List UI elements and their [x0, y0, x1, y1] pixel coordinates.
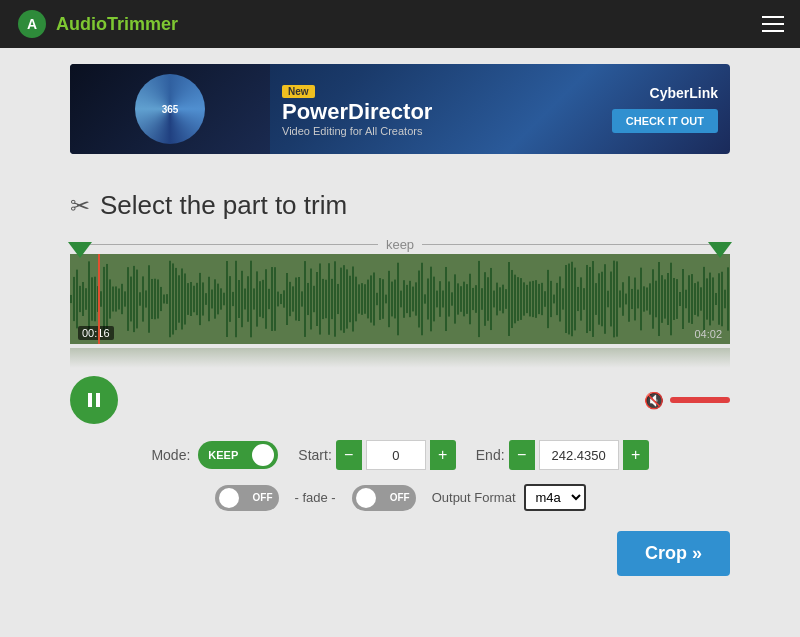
crop-button-row: Crop » — [70, 531, 730, 576]
volume-icon: 🔇 — [644, 391, 664, 410]
end-group: End: − + — [476, 440, 649, 470]
keep-line-left — [70, 244, 378, 245]
trim-handle-left[interactable] — [68, 242, 92, 258]
output-format-select[interactable]: m4a mp3 ogg wav — [524, 484, 586, 511]
output-format-group: Output Format m4a mp3 ogg wav — [432, 484, 586, 511]
params-row: Mode: KEEP Start: − + End: − + — [70, 440, 730, 470]
keep-label-row: keep — [70, 237, 730, 252]
fade-out-toggle[interactable]: OFF — [352, 485, 416, 511]
ad-subtitle: Video Editing for All Creators — [282, 125, 588, 137]
hamburger-menu[interactable] — [762, 16, 784, 32]
ad-banner: 365 New PowerDirector Video Editing for … — [70, 64, 730, 154]
time-end: 04:02 — [694, 328, 722, 340]
start-minus-button[interactable]: − — [336, 440, 362, 470]
trim-handle-right[interactable] — [708, 242, 732, 258]
volume-bar[interactable] — [670, 397, 730, 403]
output-format-label: Output Format — [432, 490, 516, 505]
keep-label: keep — [378, 237, 422, 252]
ad-image: 365 — [70, 64, 270, 154]
mode-toggle[interactable]: KEEP — [198, 441, 278, 469]
mode-group: Mode: KEEP — [151, 441, 278, 469]
logo-icon: A — [16, 8, 48, 40]
end-label: End: — [476, 447, 505, 463]
start-plus-button[interactable]: + — [430, 440, 456, 470]
mode-label: Mode: — [151, 447, 190, 463]
fade-in-knob — [219, 488, 239, 508]
keep-line-right — [422, 244, 730, 245]
fade-in-toggle[interactable]: OFF — [215, 485, 279, 511]
mode-toggle-text: KEEP — [198, 449, 278, 461]
ad-new-badge: New — [282, 85, 315, 98]
end-input[interactable] — [539, 440, 619, 470]
ad-disc: 365 — [135, 74, 205, 144]
fade-out-knob — [356, 488, 376, 508]
start-group: Start: − + — [298, 440, 455, 470]
cyberlink-logo: CyberLink — [650, 85, 718, 101]
start-label: Start: — [298, 447, 331, 463]
svg-rect-2 — [88, 393, 92, 407]
header: A AudioTrimmer — [0, 0, 800, 48]
start-input[interactable] — [366, 440, 426, 470]
logo: A AudioTrimmer — [16, 8, 178, 40]
waveform-container[interactable]: 00:16 04:02 — [70, 254, 730, 344]
crop-button[interactable]: Crop » — [617, 531, 730, 576]
svg-text:A: A — [27, 16, 37, 32]
ad-cta-button[interactable]: CHECK IT OUT — [612, 109, 718, 133]
end-plus-button[interactable]: + — [623, 440, 649, 470]
end-minus-button[interactable]: − — [509, 440, 535, 470]
ad-right: CyberLink CHECK IT OUT — [600, 77, 730, 141]
playhead — [98, 254, 100, 344]
ad-content: New PowerDirector Video Editing for All … — [270, 73, 600, 144]
waveform-reflection — [70, 348, 730, 368]
fade-in-text: OFF — [253, 492, 279, 503]
section-title-row: ✂ Select the part to trim — [70, 190, 730, 221]
section-title: Select the part to trim — [100, 190, 347, 221]
time-start: 00:16 — [78, 326, 114, 340]
fade-dash-label: - fade - — [295, 490, 336, 505]
svg-rect-3 — [96, 393, 100, 407]
controls-row: 🔇 — [70, 376, 730, 424]
waveform-canvas — [70, 254, 730, 344]
ad-title: PowerDirector — [282, 100, 588, 124]
volume-area: 🔇 — [644, 391, 730, 410]
fade-row: OFF - fade - OFF Output Format m4a mp3 o… — [70, 484, 730, 511]
logo-text: AudioTrimmer — [56, 14, 178, 35]
scissors-icon: ✂ — [70, 192, 90, 220]
play-pause-button[interactable] — [70, 376, 118, 424]
fade-out-text: OFF — [390, 492, 416, 503]
main-content: ✂ Select the part to trim keep 00:16 04:… — [0, 170, 800, 596]
pause-icon — [84, 390, 104, 410]
